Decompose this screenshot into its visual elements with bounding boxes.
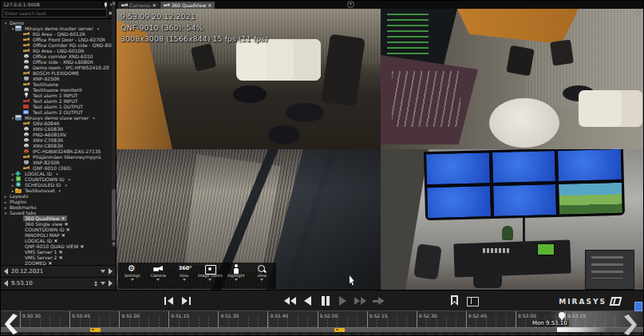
tree-item[interactable]: LOGICAL ID: [1, 171, 116, 176]
pin-icon[interactable]: [105, 2, 107, 6]
timeline-event-marker[interactable]: [90, 328, 101, 333]
playback-control[interactable]: [354, 294, 368, 307]
tree-item[interactable]: Office corridor XND-6010: [1, 53, 116, 59]
camera-tool-button[interactable]: View: [250, 264, 275, 283]
camera-tool-button[interactable]: Highlight: [223, 264, 249, 283]
tree-item[interactable]: VMS Server 1: [1, 249, 116, 255]
close-tab-icon[interactable]: [152, 2, 156, 8]
tree-item[interactable]: QNF-9010 QUAD VIEW: [1, 243, 116, 249]
tree-item[interactable]: QNF-9010 (360): [1, 165, 116, 171]
timeline[interactable]: 9.50.30 9.50.45 9.51.00 9.51.15 9.51.30: [1, 310, 644, 336]
tree-item[interactable]: 360 Single view: [1, 221, 116, 227]
tree-item[interactable]: LOGICAL ID: [1, 238, 116, 243]
item-dropdown-icon[interactable]: [69, 177, 71, 182]
tree-item[interactable]: Layouts: [1, 193, 116, 199]
current-time[interactable]: 9.53.10: [11, 280, 91, 287]
item-dropdown-icon[interactable]: [65, 183, 67, 188]
camera-tool-button[interactable]: Settings: [120, 264, 145, 283]
blue-indicator[interactable]: [634, 302, 642, 311]
tree-item[interactable]: BOSCH FLEXIDOME: [1, 70, 116, 76]
playback-control[interactable]: [371, 294, 385, 307]
tree-item[interactable]: VMS Server 2: [1, 255, 116, 260]
close-saved-tab-icon[interactable]: [61, 233, 65, 238]
item-dropdown-icon[interactable]: [93, 116, 95, 121]
tree-item[interactable]: Demo: [1, 20, 116, 26]
tree-item[interactable]: 360 QuadView: [1, 215, 116, 221]
camera-tool-button[interactable]: View: [172, 264, 197, 283]
camera-tool-button[interactable]: Image controls: [198, 264, 223, 283]
tree-item[interactable]: Test alarm 1 OUTPUT: [1, 104, 116, 109]
close-saved-tab-icon[interactable]: [53, 239, 57, 243]
close-saved-tab-icon[interactable]: [65, 222, 69, 227]
scroll-up-icon[interactable]: ▲: [112, 1, 116, 6]
tree-item[interactable]: Office side - XND-L6080R: [1, 59, 116, 65]
item-dropdown-icon[interactable]: [97, 26, 100, 31]
tree-item[interactable]: XNV-C8083R: [1, 143, 116, 148]
search-input[interactable]: [2, 9, 107, 18]
tree-item[interactable]: Office Corridor RD side - QND-8080R: [1, 42, 116, 48]
playback-control[interactable]: [180, 294, 194, 307]
tree-item[interactable]: COUNTDOWN ID: [1, 227, 116, 232]
view-tab[interactable]: 360 QuadView: [160, 2, 215, 9]
item-dropdown-icon[interactable]: [59, 188, 61, 193]
tree-item[interactable]: Testikanavat: [1, 188, 116, 193]
tool-dropdown-icon[interactable]: [131, 279, 134, 283]
close-tab-icon[interactable]: [207, 2, 211, 8]
next-time-icon[interactable]: [109, 280, 113, 287]
tool-dropdown-icon[interactable]: [208, 279, 211, 283]
playback-control[interactable]: [465, 294, 480, 307]
camera-quadrant-bottom-right[interactable]: [381, 149, 644, 290]
close-saved-tab-icon[interactable]: [58, 250, 62, 255]
tree-item[interactable]: ZOOMED: [1, 260, 116, 265]
tool-dropdown-icon[interactable]: [183, 279, 186, 283]
tree-item[interactable]: SNV-6084R: [1, 121, 116, 126]
timeline-ruler[interactable]: 9.50.30 9.50.45 9.51.00 9.51.15 9.51.30: [20, 311, 615, 327]
next-day-icon[interactable]: [109, 268, 113, 275]
scroll-down-icon[interactable]: ▼: [112, 242, 116, 247]
tree-item[interactable]: Test alarm 2 OUTPUT: [1, 109, 116, 115]
playback-control[interactable]: [448, 294, 462, 307]
time-spinner[interactable]: [94, 279, 97, 288]
playback-control[interactable]: [336, 294, 350, 307]
playback-control[interactable]: [162, 294, 176, 307]
item-dropdown-icon[interactable]: [56, 172, 58, 176]
tree-item[interactable]: INNOPOLI MAP: [1, 232, 116, 238]
tree-item[interactable]: XNP-9250R: [1, 76, 116, 81]
close-saved-tab-icon[interactable]: [58, 255, 62, 260]
time-dropdown-icon[interactable]: [101, 282, 105, 287]
new-tab-button[interactable]: [347, 1, 354, 8]
current-date[interactable]: 20.12.2021: [11, 268, 97, 275]
tool-dropdown-icon[interactable]: [156, 279, 160, 283]
camera-quadrant-top-right[interactable]: [381, 9, 644, 149]
tree-item[interactable]: Testihuone: [1, 81, 116, 87]
tree-item[interactable]: PND-A6081RV: [1, 132, 116, 137]
tree-item[interactable]: Bookmarks: [1, 204, 116, 210]
tree-item[interactable]: IPC-HDBW3248R-ZAS-27135: [1, 148, 116, 154]
date-dropdown-icon[interactable]: [101, 270, 105, 275]
previous-time-icon[interactable]: [4, 280, 8, 287]
tree-scrollbar[interactable]: ▲ ▼: [112, 1, 116, 247]
tree-item[interactable]: Saved tabs: [1, 210, 116, 215]
playback-control[interactable]: [318, 294, 333, 307]
previous-day-icon[interactable]: [4, 268, 8, 275]
tool-dropdown-icon[interactable]: [235, 279, 238, 283]
timeline-event-marker[interactable]: [334, 328, 345, 333]
camera-tool-button[interactable]: Camera: [146, 264, 172, 283]
tree-item[interactable]: Demo room - IPC-HFW5241E-ZE: [1, 65, 116, 70]
tree-item[interactable]: Pitäjänmäen liikenneympyrä: [1, 154, 116, 160]
tree-item[interactable]: RD Area - QND-6012R: [1, 31, 116, 37]
tree-item[interactable]: Mirasys demo master server: [1, 26, 116, 31]
tree-item[interactable]: XNV-C7083R: [1, 137, 116, 143]
tree-item[interactable]: RD Area - LND-6010R: [1, 48, 116, 53]
tree-item[interactable]: Test alarm 2 INPUT: [1, 98, 116, 104]
close-view-icon[interactable]: [635, 10, 640, 17]
tree-item[interactable]: Test alarm 1 INPUT: [1, 93, 116, 98]
close-saved-tab-icon[interactable]: [66, 227, 70, 232]
scrollbar-thumb[interactable]: [112, 189, 116, 240]
close-saved-tab-icon[interactable]: [80, 244, 84, 249]
tree-item[interactable]: COUNTDOWN ID: [1, 176, 116, 182]
tree-item[interactable]: SCHEDULED ID: [1, 182, 116, 188]
tree-item[interactable]: XNV-C6083R: [1, 126, 116, 132]
view-tab[interactable]: Cameras: [118, 2, 160, 9]
tree-item[interactable]: Plugins: [1, 199, 116, 204]
